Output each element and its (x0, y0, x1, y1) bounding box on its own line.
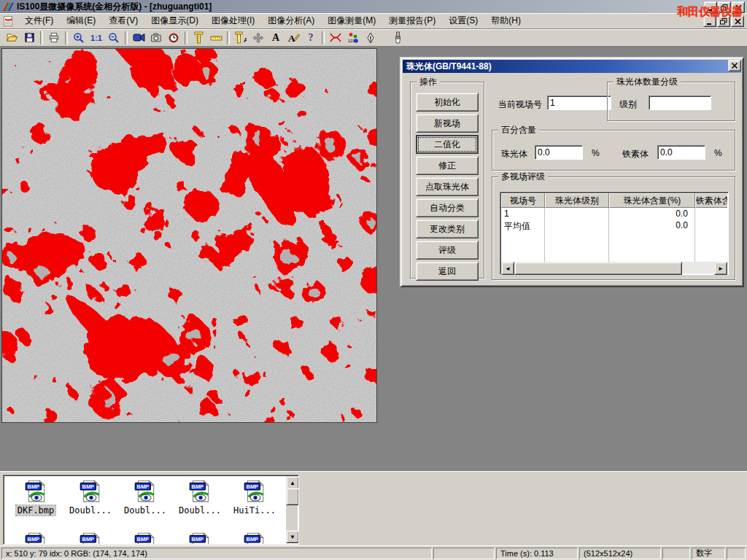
bmp-file-icon (242, 531, 267, 545)
zoom-out-button[interactable] (106, 31, 122, 45)
file-item[interactable] (9, 531, 62, 545)
init-button[interactable]: 初始化 (416, 93, 479, 112)
change-class-button[interactable]: 更改类别 (416, 219, 479, 238)
status-empty-panel (727, 548, 746, 559)
actual-size-button[interactable]: 1:1 (88, 31, 104, 45)
table-row[interactable]: 平均值 0.0 (501, 219, 727, 231)
file-item[interactable] (64, 531, 117, 545)
table-horizontal-scrollbar[interactable]: ◄ ► (501, 262, 727, 273)
video-capture-button[interactable] (131, 31, 147, 45)
dialog-title-bar[interactable]: 珠光体(GB/T9441-88) (403, 60, 741, 73)
file-item[interactable] (228, 531, 281, 545)
menu-settings[interactable]: 设置(S) (442, 13, 484, 28)
pearlite-dialog: 珠光体(GB/T9441-88) 操作 初始化 新视场 二值化 修正 点取珠光体… (400, 57, 744, 287)
calibration-button[interactable]: A (233, 31, 249, 45)
document-icon (3, 15, 14, 27)
file-item[interactable] (119, 531, 171, 545)
zoom-in-button[interactable] (71, 31, 87, 45)
percent-group: 百分含量 珠光体 0.0 % 铁素体 0.0 % (492, 130, 735, 171)
help-button[interactable]: ? (303, 31, 319, 45)
binarize-button[interactable]: 二值化 (416, 135, 479, 154)
open-file-button[interactable] (4, 31, 20, 45)
col-pearlite-grade[interactable]: 珠光体级别 (545, 193, 609, 208)
horizontal-ruler-icon (210, 34, 222, 42)
correct-button[interactable]: 修正 (416, 156, 479, 175)
dialog-close-button[interactable] (728, 60, 741, 71)
file-name: Doubl... (177, 505, 222, 516)
menu-file[interactable]: 文件(F) (18, 13, 60, 28)
printer-icon (48, 32, 60, 43)
new-field-button[interactable]: 新视场 (416, 114, 479, 133)
pan-button[interactable] (250, 31, 266, 45)
scrollbar-track[interactable] (682, 262, 714, 273)
timer-button[interactable] (166, 31, 182, 45)
toolbar-separator (65, 31, 68, 44)
menu-image-display[interactable]: 图像显示(D) (144, 13, 205, 28)
ferrite-percent-input[interactable]: 0.0 (657, 145, 705, 160)
scroll-down-arrow-icon[interactable]: ▼ (286, 530, 299, 543)
level-input[interactable] (649, 96, 711, 110)
scrollbar-thumb[interactable] (286, 488, 299, 505)
col-pearlite-content[interactable]: 珠光体含量(%) (609, 193, 695, 208)
toolbar-separator (125, 31, 128, 44)
floppy-icon (24, 32, 35, 43)
status-empty-panel (662, 548, 690, 559)
text-edit-button[interactable]: A (285, 31, 301, 45)
bmp-file-icon (78, 478, 103, 503)
file-item[interactable]: Doubl... (64, 478, 117, 516)
pick-pearlite-button[interactable]: 点取珠光体 (416, 177, 479, 196)
level-label: 级别 (619, 98, 637, 111)
file-item[interactable] (174, 531, 226, 545)
save-button[interactable] (21, 31, 37, 45)
cursor-position-readout: x: 510 y: 79 idx: 0 RGB: (174, 174, 174) (1, 548, 432, 559)
file-item[interactable]: Doubl... (174, 478, 226, 516)
app-title-bar: IS100显微摄像系统(金相分析版) - [zhuguangti01] (0, 0, 747, 13)
file-item[interactable]: HuiTi... (228, 478, 281, 516)
scroll-left-arrow-icon[interactable]: ◄ (501, 262, 514, 275)
text-annotation-button[interactable]: A (268, 31, 284, 45)
current-field-input[interactable]: 1 (547, 96, 611, 110)
one-to-one-icon: 1:1 (90, 34, 102, 42)
vendor-watermark: 和田仪器仪器 (677, 5, 743, 19)
return-button[interactable]: 返回 (416, 262, 479, 281)
file-item[interactable]: DKF.bmp (9, 478, 62, 516)
bottom-panel: DKF.bmp Doubl... Doubl... Doubl... HuiTi… (0, 471, 747, 545)
table-body: 1 0.0 平均值 0.0 (501, 208, 727, 262)
grading-group: 珠光体数量分级 级别 (607, 82, 735, 121)
bmp-file-icon (133, 478, 158, 503)
close-icon (732, 63, 738, 69)
toolbar: 1:1 A A A ? 123 (0, 29, 747, 47)
pearlite-percent-input[interactable]: 0.0 (535, 145, 583, 160)
scrollbar-thumb[interactable] (514, 262, 682, 275)
pen-tool-button[interactable] (363, 31, 379, 45)
file-item[interactable]: Doubl... (119, 478, 171, 516)
bmp-file-icon (187, 478, 212, 503)
brush-tool-button[interactable] (390, 31, 406, 45)
col-field-no[interactable]: 视场号 (501, 193, 545, 208)
vertical-ruler-button[interactable] (190, 31, 206, 45)
horizontal-ruler-button[interactable] (208, 31, 224, 45)
scroll-right-arrow-icon[interactable]: ► (714, 262, 727, 275)
grade-button[interactable]: 评级 (416, 241, 479, 260)
col-ferrite-content[interactable]: 铁素体含量(%) (695, 193, 727, 208)
menu-image-processing[interactable]: 图像处理(I) (205, 13, 261, 28)
menu-measure-report[interactable]: 测量报告(P) (382, 13, 442, 28)
menu-help[interactable]: 帮助(H) (484, 13, 527, 28)
table-header-row: 视场号 珠光体级别 珠光体含量(%) 铁素体含量(%) (501, 193, 727, 208)
menu-edit[interactable]: 编辑(E) (60, 13, 102, 28)
file-list-scrollbar[interactable]: ▲ ▼ (286, 476, 298, 543)
print-button[interactable] (46, 31, 62, 45)
menu-image-analysis[interactable]: 图像分析(A) (261, 13, 321, 28)
menu-image-measure[interactable]: 图像测量(M) (321, 13, 382, 28)
curve-cut-button[interactable] (328, 31, 344, 45)
menu-view[interactable]: 查看(V) (102, 13, 144, 28)
percent-group-label: 百分含量 (498, 125, 539, 135)
count-dots-icon: 123 (347, 32, 359, 44)
bmp-file-icon (242, 478, 267, 503)
auto-classify-button[interactable]: 自动分类 (416, 198, 479, 217)
snapshot-button[interactable] (148, 31, 164, 45)
table-row[interactable]: 1 0.0 (501, 208, 727, 219)
particle-count-button[interactable]: 123 (345, 31, 361, 45)
application-window: BMP IS100显微摄像系统(金相分析版) - [zhuguangti01] (0, 0, 747, 560)
metallographic-image-canvas[interactable] (1, 48, 377, 423)
